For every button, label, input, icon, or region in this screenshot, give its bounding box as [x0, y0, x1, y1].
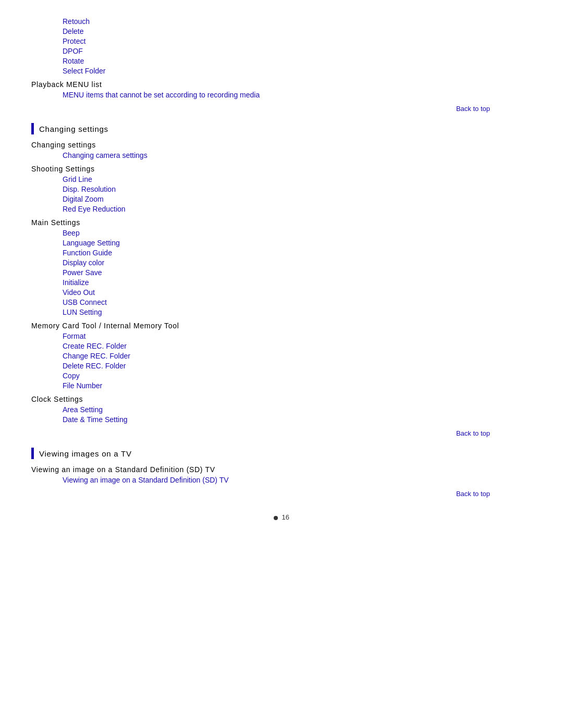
- viewing-sd-links: Viewing an image on a Standard Definitio…: [31, 476, 532, 484]
- link-display-color[interactable]: Display color: [63, 258, 532, 267]
- changing-settings-heading-block: Changing settings: [31, 123, 532, 134]
- link-initialize[interactable]: Initialize: [63, 278, 532, 287]
- page-container: Retouch Delete Protect DPOF Rotate Selec…: [0, 0, 563, 552]
- link-protect[interactable]: Protect: [63, 37, 532, 45]
- section-bar: [31, 123, 34, 134]
- playback-sub-links: MENU items that cannot be set according …: [31, 91, 532, 99]
- link-dpof[interactable]: DPOF: [63, 47, 532, 55]
- main-settings-links: Beep Language Setting Function Guide Dis…: [31, 229, 532, 316]
- link-select-folder[interactable]: Select Folder: [63, 67, 532, 75]
- memory-card-links: Format Create REC. Folder Change REC. Fo…: [31, 332, 532, 390]
- back-to-top-1[interactable]: Back to top: [456, 105, 490, 113]
- back-to-top-row-3: Back to top: [31, 489, 490, 498]
- link-function-guide[interactable]: Function Guide: [63, 249, 532, 257]
- page-footer: 16: [31, 513, 532, 521]
- changing-settings-section: Changing settings Changing settings Chan…: [31, 123, 532, 437]
- viewing-images-heading-text: Viewing images on a TV: [39, 449, 132, 458]
- back-to-top-row-2: Back to top: [31, 429, 490, 437]
- changing-settings-links: Changing camera settings: [31, 151, 532, 159]
- link-language-setting[interactable]: Language Setting: [63, 239, 532, 247]
- link-area-setting[interactable]: Area Setting: [63, 405, 532, 414]
- link-menu-items[interactable]: MENU items that cannot be set according …: [63, 91, 532, 99]
- group-viewing-sd-tv: Viewing an image on a Standard Definitio…: [31, 465, 532, 474]
- changing-settings-heading-text: Changing settings: [39, 125, 108, 133]
- footer-bullet: [274, 516, 278, 520]
- group-shooting-settings: Shooting Settings: [31, 165, 532, 173]
- group-memory-card-tool: Memory Card Tool / Internal Memory Tool: [31, 322, 532, 330]
- viewing-images-heading-block: Viewing images on a TV: [31, 448, 532, 459]
- link-beep[interactable]: Beep: [63, 229, 532, 237]
- link-power-save[interactable]: Power Save: [63, 268, 532, 277]
- link-rotate[interactable]: Rotate: [63, 57, 532, 65]
- link-create-rec-folder[interactable]: Create REC. Folder: [63, 342, 532, 350]
- link-changing-camera-settings[interactable]: Changing camera settings: [63, 151, 532, 159]
- link-format[interactable]: Format: [63, 332, 532, 340]
- link-retouch[interactable]: Retouch: [63, 17, 532, 26]
- link-disp-resolution[interactable]: Disp. Resolution: [63, 185, 532, 193]
- link-red-eye-reduction[interactable]: Red Eye Reduction: [63, 205, 532, 213]
- group-clock-settings: Clock Settings: [31, 395, 532, 403]
- link-viewing-sd-tv[interactable]: Viewing an image on a Standard Definitio…: [63, 476, 532, 484]
- page-number: 16: [282, 513, 289, 521]
- link-change-rec-folder[interactable]: Change REC. Folder: [63, 352, 532, 360]
- playback-section: Retouch Delete Protect DPOF Rotate Selec…: [31, 17, 532, 113]
- link-video-out[interactable]: Video Out: [63, 288, 532, 297]
- link-grid-line[interactable]: Grid Line: [63, 175, 532, 183]
- link-delete[interactable]: Delete: [63, 27, 532, 35]
- clock-settings-links: Area Setting Date & Time Setting: [31, 405, 532, 424]
- group-changing-settings: Changing settings: [31, 141, 532, 149]
- playback-menu-heading: Playback MENU list: [31, 80, 532, 89]
- viewing-images-section: Viewing images on a TV Viewing an image …: [31, 448, 532, 498]
- link-date-time-setting[interactable]: Date & Time Setting: [63, 415, 532, 424]
- shooting-settings-links: Grid Line Disp. Resolution Digital Zoom …: [31, 175, 532, 213]
- link-usb-connect[interactable]: USB Connect: [63, 298, 532, 306]
- link-copy[interactable]: Copy: [63, 372, 532, 380]
- group-main-settings: Main Settings: [31, 218, 532, 227]
- link-lun-setting[interactable]: LUN Setting: [63, 308, 532, 316]
- playback-links: Retouch Delete Protect DPOF Rotate Selec…: [31, 17, 532, 75]
- back-to-top-3[interactable]: Back to top: [456, 490, 490, 498]
- back-to-top-row-1: Back to top: [31, 104, 490, 113]
- link-digital-zoom[interactable]: Digital Zoom: [63, 195, 532, 203]
- back-to-top-2[interactable]: Back to top: [456, 429, 490, 437]
- link-file-number[interactable]: File Number: [63, 381, 532, 390]
- section-bar-2: [31, 448, 34, 459]
- link-delete-rec-folder[interactable]: Delete REC. Folder: [63, 362, 532, 370]
